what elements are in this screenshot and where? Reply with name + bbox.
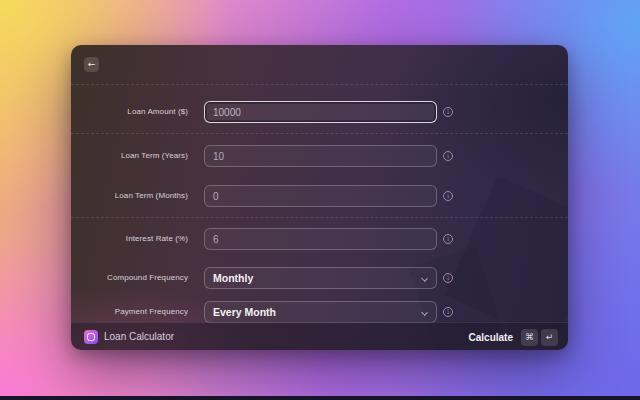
interest-rate-input[interactable]: [204, 228, 437, 250]
info-icon[interactable]: i: [443, 151, 453, 161]
info-icon[interactable]: i: [443, 273, 453, 283]
loan-amount-input[interactable]: [204, 101, 437, 123]
app-icon-ring: [87, 333, 95, 341]
loan-term-months-input[interactable]: [204, 185, 437, 207]
loan-term-years-input[interactable]: [204, 145, 437, 167]
app-name: Loan Calculator: [104, 323, 174, 350]
payment-frequency-select[interactable]: Every Month: [204, 301, 437, 323]
return-key-icon: ↵: [541, 329, 558, 346]
info-icon[interactable]: i: [443, 107, 453, 117]
form-row: Compound Frequency Monthly i: [71, 267, 568, 289]
chevron-down-icon: [421, 309, 428, 316]
selected-value: Monthly: [213, 272, 253, 284]
command-key-icon: ⌘: [521, 329, 538, 346]
screen-bottom-strip: [0, 396, 640, 400]
calculate-button[interactable]: Calculate ⌘ ↵: [469, 323, 558, 350]
form-row: Loan Term (Years) i: [71, 145, 568, 167]
selected-value: Every Month: [213, 306, 276, 318]
form-row: Loan Term (Months) i: [71, 185, 568, 207]
back-button[interactable]: ←: [84, 57, 99, 72]
divider: [71, 133, 568, 134]
calculate-label: Calculate: [469, 332, 513, 343]
field-label: Loan Term (Months): [71, 185, 188, 207]
info-icon[interactable]: i: [443, 234, 453, 244]
form-row: Interest Rate (%) i: [71, 228, 568, 250]
chevron-down-icon: [421, 275, 428, 282]
field-label: Loan Amount ($): [71, 101, 188, 123]
form-row: Payment Frequency Every Month i: [71, 301, 568, 323]
divider: [71, 217, 568, 218]
info-icon[interactable]: i: [443, 307, 453, 317]
action-bar: Loan Calculator Calculate ⌘ ↵: [71, 322, 568, 350]
field-label: Loan Term (Years): [71, 145, 188, 167]
form-row: Loan Amount ($) i: [71, 101, 568, 123]
compound-frequency-select[interactable]: Monthly: [204, 267, 437, 289]
info-icon[interactable]: i: [443, 191, 453, 201]
loan-calculator-app-icon: [84, 330, 98, 344]
back-arrow-icon: ←: [88, 59, 96, 69]
field-label: Payment Frequency: [71, 301, 188, 323]
field-label: Interest Rate (%): [71, 228, 188, 250]
field-label: Compound Frequency: [71, 267, 188, 289]
desktop-background: ← Loan Amount ($) i Loan Term (Years) i …: [0, 0, 640, 400]
divider: [71, 84, 568, 85]
loan-calculator-window: ← Loan Amount ($) i Loan Term (Years) i …: [71, 45, 568, 350]
